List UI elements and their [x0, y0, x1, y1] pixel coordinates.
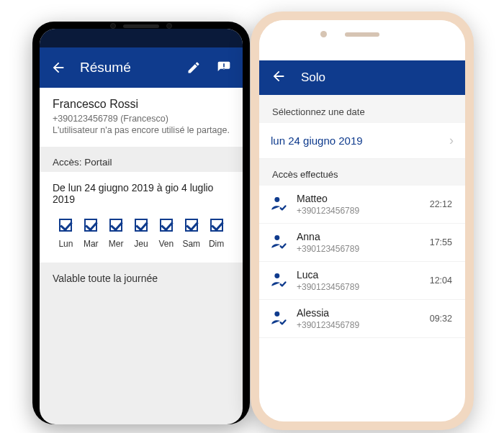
days-row: Lun Mar Mer Jeu Ven Sam Dim: [53, 218, 230, 250]
list-item[interactable]: Luca +390123456789 12:04: [259, 262, 465, 300]
date-range: De lun 24 giugno 2019 à gio 4 luglio 201…: [53, 182, 230, 205]
access-list-title: Accès effectués: [259, 159, 465, 186]
phone-left-speaker: [110, 21, 172, 29]
access-list: Matteo +390123456789 22:12 Anna +3901234…: [259, 186, 465, 338]
check-icon: [109, 219, 122, 232]
user-check-icon: [269, 309, 289, 329]
list-item[interactable]: Matteo +390123456789 22:12: [259, 186, 465, 224]
selected-date-text: lun 24 giugno 2019: [271, 135, 363, 147]
user-phone: +390123456789 (Francesco): [53, 114, 230, 124]
validity-note: Valable toute la journée: [40, 263, 243, 294]
edit-icon[interactable]: [185, 59, 202, 76]
entry-name: Alessia: [297, 307, 430, 319]
entry-time: 09:32: [430, 314, 452, 324]
day-mer[interactable]: Mer: [104, 219, 129, 249]
phone-left-frame: Résumé Francesco Rossi +390123456789 (Fr…: [32, 22, 250, 424]
access-block: De lun 24 giugno 2019 à gio 4 luglio 201…: [40, 172, 243, 263]
chevron-right-icon: ›: [449, 133, 454, 148]
user-check-icon: [269, 232, 289, 252]
svg-point-1: [274, 235, 279, 240]
check-icon: [59, 219, 72, 232]
entry-phone: +390123456789: [297, 320, 430, 330]
comment-icon[interactable]: [215, 59, 233, 76]
svg-point-3: [274, 311, 279, 316]
entry-phone: +390123456789: [297, 244, 430, 254]
back-icon[interactable]: [271, 68, 287, 87]
iphone-top-bezel: [259, 20, 465, 60]
day-jeu[interactable]: Jeu: [129, 219, 154, 249]
entry-phone: +390123456789: [297, 282, 430, 292]
check-icon: [210, 219, 223, 232]
user-check-icon: [269, 270, 289, 291]
selected-date-row[interactable]: lun 24 giugno 2019 ›: [259, 123, 465, 159]
user-name: Francesco Rossi: [53, 98, 230, 111]
list-item[interactable]: Alessia +390123456789 09:32: [259, 300, 465, 338]
day-ven[interactable]: Ven: [153, 219, 179, 249]
svg-point-0: [274, 197, 279, 202]
appbar-solo: Solo: [259, 60, 465, 95]
entry-name: Anna: [297, 231, 430, 242]
access-title: Accès: Portail: [40, 147, 243, 172]
entry-time: 17:55: [430, 237, 452, 247]
entry-name: Matteo: [297, 193, 430, 204]
user-check-icon: [269, 194, 289, 214]
check-icon: [185, 219, 198, 232]
entry-name: Luca: [297, 269, 430, 281]
appbar-title: Solo: [301, 70, 325, 85]
check-icon: [160, 219, 173, 232]
user-card: Francesco Rossi +390123456789 (Francesco…: [40, 88, 243, 147]
day-mar[interactable]: Mar: [78, 219, 104, 249]
svg-point-2: [274, 273, 279, 278]
check-icon: [84, 219, 97, 232]
day-sam[interactable]: Sam: [179, 219, 204, 249]
check-icon: [135, 219, 148, 232]
user-note: L'utilisateur n'a pas encore utilisé le …: [53, 125, 230, 135]
date-prompt-label: Sélectionnez une date: [259, 95, 465, 123]
entry-time: 22:12: [430, 199, 452, 209]
entry-time: 12:04: [430, 275, 452, 286]
entry-phone: +390123456789: [297, 206, 430, 216]
appbar-resume: Résumé: [40, 47, 243, 88]
day-dim[interactable]: Dim: [204, 219, 229, 249]
phone-right-frame: Solo Sélectionnez une date lun 24 giugno…: [251, 12, 474, 430]
appbar-title: Résumé: [80, 60, 172, 76]
back-icon[interactable]: [50, 59, 67, 76]
list-item[interactable]: Anna +390123456789 17:55: [259, 224, 465, 262]
day-lun[interactable]: Lun: [53, 219, 78, 249]
status-bar: [40, 29, 243, 47]
